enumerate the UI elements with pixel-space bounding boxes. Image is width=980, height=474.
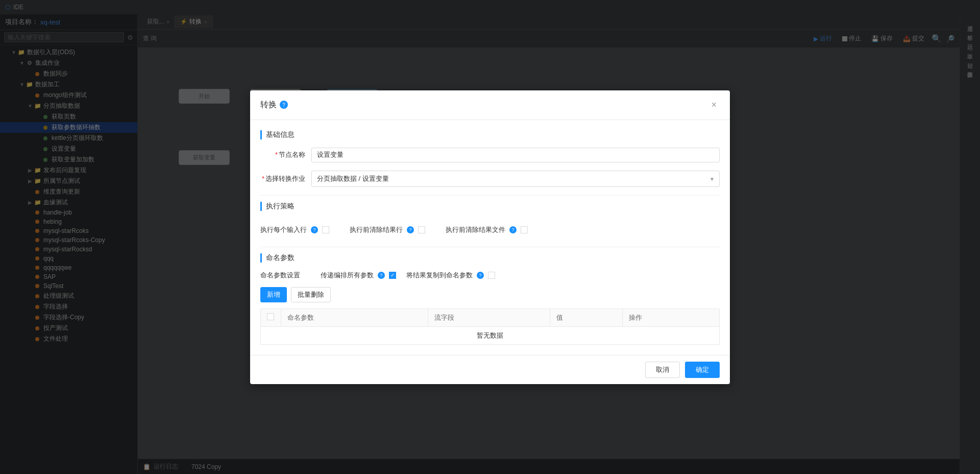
transform-job-value: 分页抽取数据 / 设置变量	[317, 174, 389, 183]
modal-header: 转换 ? ×	[250, 90, 730, 120]
modal-title-text: 转换	[260, 100, 277, 110]
clear-result-before-checkbox[interactable]	[418, 226, 425, 233]
pass-sorted-item: 传递编排所有参数 ?	[321, 271, 396, 280]
execution-strategy-title: 执行策略	[260, 202, 720, 211]
exec-each-row-label: 执行每个输入行	[260, 225, 307, 234]
table-empty-row: 暂无数据	[261, 326, 720, 344]
modal-overlay: 转换 ? × 基础信息 节点名称 选择转换作业	[0, 0, 980, 474]
transform-job-select[interactable]: 分页抽取数据 / 设置变量	[311, 171, 720, 187]
col-value: 值	[550, 309, 622, 326]
select-all-checkbox[interactable]	[267, 313, 274, 320]
table-header-row: 命名参数 流字段 值 操作	[261, 309, 720, 326]
modal-footer: 取消 确定	[250, 355, 730, 384]
strategy-row: 执行每个输入行 ? 执行前清除结果行 ? 执行前清除结果文件 ?	[260, 219, 720, 241]
copy-result-item: 将结果复制到命名参数 ?	[406, 271, 495, 280]
node-name-input[interactable]	[311, 148, 720, 162]
node-name-control	[311, 148, 720, 162]
copy-result-label: 将结果复制到命名参数	[406, 271, 473, 280]
naming-params-title: 命名参数	[260, 253, 720, 263]
exec-each-row-help-icon[interactable]: ?	[311, 226, 318, 233]
clear-result-file-item: 执行前清除结果文件 ?	[446, 225, 528, 234]
clear-result-file-label: 执行前清除结果文件	[446, 225, 505, 234]
col-operation: 操作	[622, 309, 720, 326]
transform-job-control: 分页抽取数据 / 设置变量	[311, 171, 720, 187]
divider-2	[260, 247, 720, 247]
confirm-button[interactable]: 确定	[685, 362, 720, 378]
table-header: 命名参数 流字段 值 操作	[261, 309, 720, 326]
clear-result-before-item: 执行前清除结果行 ?	[350, 225, 425, 234]
transform-job-row: 选择转换作业 分页抽取数据 / 设置变量	[260, 171, 720, 187]
modal-help-icon[interactable]: ?	[280, 101, 288, 109]
batch-delete-button[interactable]: 批量删除	[291, 287, 331, 302]
exec-each-row-item: 执行每个输入行 ?	[260, 225, 329, 234]
clear-result-file-help-icon[interactable]: ?	[509, 226, 517, 233]
execution-strategy-section: 执行策略 执行每个输入行 ? 执行前清除结果行 ?	[260, 202, 720, 241]
copy-result-checkbox[interactable]	[488, 272, 495, 279]
basic-info-section: 基础信息 节点名称 选择转换作业 分页抽取数据 / 设置变量	[260, 130, 720, 187]
naming-params-table: 命名参数 流字段 值 操作 暂无数据	[260, 309, 720, 345]
col-flow-field: 流字段	[428, 309, 550, 326]
modal-transform: 转换 ? × 基础信息 节点名称 选择转换作业	[250, 90, 730, 384]
pass-sorted-checkbox[interactable]	[389, 272, 396, 279]
table-empty-cell: 暂无数据	[261, 326, 720, 344]
modal-close-button[interactable]: ×	[708, 99, 720, 111]
modal-title: 转换 ?	[260, 100, 288, 110]
basic-info-title: 基础信息	[260, 130, 720, 139]
pass-sorted-label: 传递编排所有参数	[321, 271, 374, 280]
clear-result-before-label: 执行前清除结果行	[350, 225, 403, 234]
pass-sorted-help-icon[interactable]: ?	[378, 272, 385, 279]
copy-result-help-icon[interactable]: ?	[477, 272, 484, 279]
exec-each-row-checkbox[interactable]	[322, 226, 329, 233]
divider-1	[260, 195, 720, 196]
table-actions: 新增 批量删除	[260, 287, 720, 302]
naming-params-settings-row: 命名参数设置 传递编排所有参数 ? 将结果复制到命名参数 ?	[260, 271, 720, 280]
modal-body: 基础信息 节点名称 选择转换作业 分页抽取数据 / 设置变量	[250, 120, 730, 355]
naming-params-section: 命名参数 命名参数设置 传递编排所有参数 ? 将结果复制到命名参数 ?	[260, 253, 720, 345]
col-checkbox	[261, 309, 281, 326]
naming-params-settings-label: 命名参数设置	[260, 271, 300, 280]
node-name-label: 节点名称	[260, 150, 311, 159]
clear-result-before-help-icon[interactable]: ?	[407, 226, 414, 233]
clear-result-file-checkbox[interactable]	[521, 226, 528, 233]
add-row-button[interactable]: 新增	[260, 287, 287, 302]
node-name-row: 节点名称	[260, 148, 720, 162]
transform-job-label: 选择转换作业	[260, 174, 311, 183]
table-body: 暂无数据	[261, 326, 720, 344]
col-naming-param: 命名参数	[281, 309, 428, 326]
cancel-button[interactable]: 取消	[645, 362, 680, 378]
